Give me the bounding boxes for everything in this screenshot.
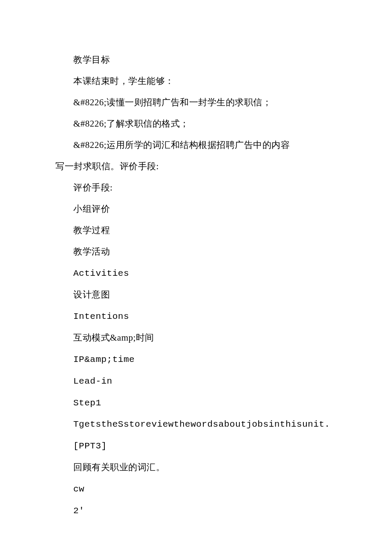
text-line: 教学目标 [55,49,337,71]
text-line: Step1 [55,392,337,414]
text-line: 设计意图 [55,284,337,306]
text-line: &#8226;运用所学的词汇和结构根据招聘广告中的内容 [55,135,337,156]
text-mono: Step1 [73,398,101,408]
text-mono: IP&amp;time [73,355,135,364]
text-line: Lead-in [55,370,337,392]
text-line: 小组评价 [55,199,337,220]
text-line: Intentions [55,306,337,327]
text-line: 教学过程 [55,220,337,241]
text-line: 评价手段: [55,177,337,199]
text-line: Activities [55,263,337,284]
text-line: 回顾有关职业的词汇。 [55,457,337,478]
document-body: 教学目标 本课结束时，学生能够： &#8226;读懂一则招聘广告和一封学生的求职… [55,49,337,522]
text-mono: 2' [73,506,84,516]
text-mono: Activities [73,269,129,278]
text-line: 互动模式&amp;时间 [55,327,337,349]
text-line: IP&amp;time [55,349,337,370]
text-mono: Lead-in [73,376,112,386]
text-line: 写一封求职信。评价手段: [55,156,337,177]
text-mono: cw [73,484,84,494]
text-line: 本课结束时，学生能够： [55,71,337,92]
text-mono: Intentions [73,312,129,321]
text-line: 教学活动 [55,241,337,263]
text-line: [PPT3] [55,435,337,457]
text-line: &#8226;读懂一则招聘广告和一封学生的求职信； [55,92,337,113]
text-mono: TgetstheSstoreviewthewordsaboutjobsinthi… [73,419,330,429]
text-mono: [PPT3] [73,441,107,451]
text-line: 2' [55,500,337,522]
text-line: cw [55,478,337,500]
text-line: &#8226;了解求职信的格式； [55,113,337,135]
text-line: TgetstheSstoreviewthewordsaboutjobsinthi… [55,413,337,435]
